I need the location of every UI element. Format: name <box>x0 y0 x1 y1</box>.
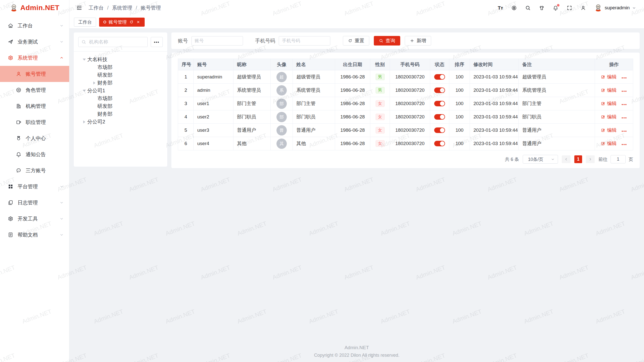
tree-node[interactable]: 财务部 <box>78 79 163 87</box>
cell: 2023-01-03 10:59:44 <box>470 124 519 137</box>
edit-label: 编辑 <box>607 87 617 94</box>
status-toggle[interactable] <box>434 87 445 93</box>
user-icon[interactable] <box>580 5 586 11</box>
table-header-row: 序号账号昵称头像姓名出生日期性别手机号码状态排序修改时间备注操作 <box>178 59 633 70</box>
tab-item[interactable]: 工作台 <box>74 18 96 27</box>
tree-node[interactable]: 大名科技 <box>78 56 163 63</box>
sidebar-item-gear[interactable]: 系统管理 <box>0 50 69 66</box>
page-size-select[interactable]: 10条/页 <box>523 155 558 164</box>
font-size-icon[interactable]: Tт <box>498 5 503 11</box>
edit-button[interactable]: 编辑 <box>601 114 617 120</box>
sidebar-item-platform[interactable]: 平台管理 <box>0 178 69 195</box>
reset-button[interactable]: 重置 <box>343 36 369 46</box>
more-actions-button[interactable]: ••• <box>622 76 627 80</box>
tab-label: 工作台 <box>78 19 92 25</box>
tree-caret-icon[interactable] <box>81 88 87 94</box>
sidebar-item-chat[interactable]: 三方账号 <box>0 162 69 178</box>
column-header: 状态 <box>430 59 449 70</box>
collapse-sidebar-icon[interactable] <box>76 5 83 11</box>
sidebar-item-position[interactable]: 职位管理 <box>0 114 69 130</box>
fullscreen-icon[interactable] <box>567 5 572 11</box>
sidebar-item-tools[interactable]: 开发工具 <box>0 211 69 227</box>
theme-icon[interactable] <box>539 5 545 11</box>
accounts-table-panel: 序号账号昵称头像姓名出生日期性别手机号码状态排序修改时间备注操作 1supera… <box>171 52 640 168</box>
more-actions-button[interactable]: ••• <box>622 116 627 120</box>
prev-page-button[interactable] <box>562 155 571 163</box>
tab-close-icon[interactable] <box>136 20 140 24</box>
tree-node[interactable]: 分公司1 <box>78 87 163 95</box>
cell: 2023-01-03 10:59:44 <box>470 70 519 84</box>
gender-cell: 女 <box>370 97 390 110</box>
tree-node[interactable]: 研发部 <box>78 71 163 79</box>
cell: user4 <box>194 137 233 150</box>
tree-node[interactable]: 分公司2 <box>78 118 163 126</box>
sidebar-item-profile[interactable]: 个人中心 <box>0 130 69 146</box>
sidebar-item-docs[interactable]: 帮助文档 <box>0 227 69 243</box>
tab-active[interactable]: 账号管理 <box>99 18 145 27</box>
cell: 部门职员 <box>519 110 595 124</box>
breadcrumb-item[interactable]: 系统管理 <box>112 5 132 11</box>
cell: 普通用户 <box>293 124 335 137</box>
breadcrumb-item[interactable]: 工作台 <box>89 5 104 11</box>
cell: 其他 <box>293 137 335 150</box>
breadcrumb-separator: / <box>136 5 137 11</box>
current-page[interactable]: 1 <box>574 155 582 163</box>
status-toggle[interactable] <box>434 74 445 80</box>
sidebar-item-bell[interactable]: 通知公告 <box>0 146 69 162</box>
edit-button[interactable]: 编辑 <box>601 74 617 80</box>
language-icon[interactable] <box>511 5 517 11</box>
org-more-button[interactable]: ••• <box>151 37 163 47</box>
edit-button[interactable]: 编辑 <box>601 100 617 107</box>
content-area: ••• 大名科技市场部研发部财务部分公司1市场部研发部财务部分公司2 账号 手机… <box>69 29 644 362</box>
more-actions-button[interactable]: ••• <box>622 142 627 147</box>
tree-node[interactable]: 财务部 <box>78 110 163 118</box>
edit-button[interactable]: 编辑 <box>601 87 617 94</box>
status-toggle[interactable] <box>434 101 445 106</box>
footer-copyright: Copyright © 2022 Dilon All rights reserv… <box>69 353 644 358</box>
tab-refresh-icon[interactable] <box>129 20 134 24</box>
tree-node[interactable]: 研发部 <box>78 102 163 110</box>
more-actions-button[interactable]: ••• <box>622 129 627 133</box>
cell: 6 <box>178 137 194 150</box>
sidebar-item-user[interactable]: 账号管理 <box>0 66 69 82</box>
cell: 100 <box>449 84 470 97</box>
logo-monk-icon <box>10 4 18 12</box>
cell: 18020030720 <box>390 137 430 150</box>
more-actions-button[interactable]: ••• <box>622 89 627 93</box>
sidebar-item-logs[interactable]: 日志管理 <box>0 195 69 211</box>
edit-label: 编辑 <box>607 100 617 107</box>
cell: 普通用户 <box>519 124 595 137</box>
query-button[interactable]: 查询 <box>374 36 400 46</box>
status-toggle[interactable] <box>434 114 445 120</box>
user-menu[interactable]: superadmin <box>594 4 636 12</box>
status-toggle[interactable] <box>434 141 445 146</box>
org-search-input[interactable] <box>78 37 148 47</box>
status-toggle[interactable] <box>434 127 445 133</box>
cell: 100 <box>449 124 470 137</box>
gender-cell: 女 <box>370 124 390 137</box>
sidebar-item-send[interactable]: 业务测试 <box>0 34 69 50</box>
cell: 100 <box>449 70 470 84</box>
sidebar-item-role[interactable]: 角色管理 <box>0 82 69 98</box>
notification-bell-icon[interactable] <box>553 5 558 11</box>
tree-caret-icon[interactable] <box>81 57 87 63</box>
account-input[interactable] <box>191 36 243 46</box>
tree-caret-icon[interactable] <box>81 119 87 125</box>
tree-node[interactable]: 市场部 <box>78 63 163 71</box>
phone-input[interactable] <box>279 36 330 46</box>
tab-dot-icon <box>103 21 106 23</box>
next-page-button[interactable] <box>586 155 595 163</box>
more-actions-button[interactable]: ••• <box>622 102 627 107</box>
tree-node[interactable]: 市场部 <box>78 95 163 102</box>
breadcrumb-item[interactable]: 账号管理 <box>141 5 161 11</box>
add-button[interactable]: 新增 <box>405 36 431 46</box>
sidebar-item-org[interactable]: 机构管理 <box>0 98 69 114</box>
search-icon[interactable] <box>525 5 531 11</box>
column-header: 备注 <box>519 59 595 70</box>
cell: 部门职员 <box>293 110 335 124</box>
edit-button[interactable]: 编辑 <box>601 140 617 147</box>
sidebar-item-home[interactable]: 工作台 <box>0 18 69 34</box>
goto-page-input[interactable] <box>611 155 626 163</box>
edit-button[interactable]: 编辑 <box>601 127 617 133</box>
tree-caret-icon[interactable] <box>91 80 97 86</box>
